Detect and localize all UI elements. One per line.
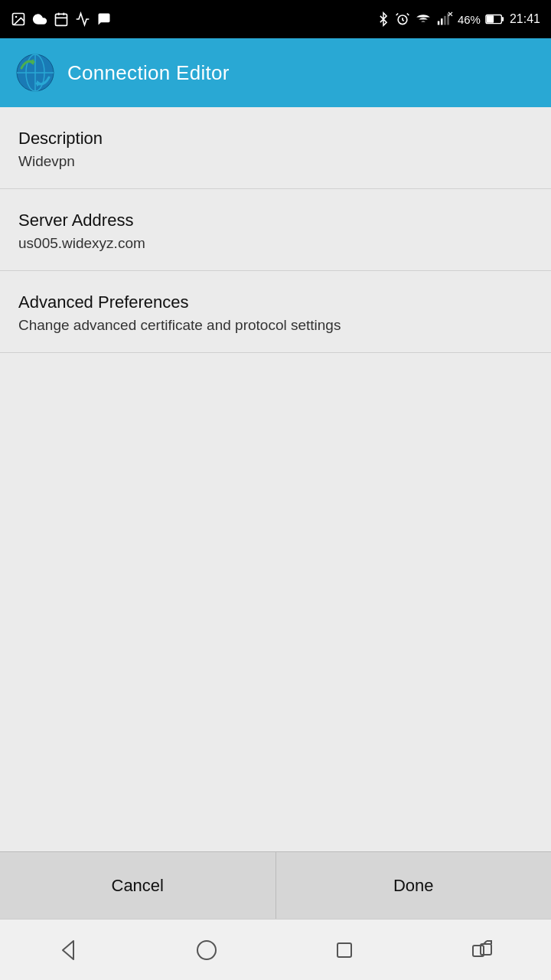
app-logo [15, 53, 55, 93]
svg-rect-17 [501, 17, 504, 21]
svg-line-7 [396, 14, 399, 16]
svg-rect-12 [444, 16, 446, 25]
svg-rect-27 [337, 943, 351, 957]
wifi-icon [415, 11, 432, 27]
svg-rect-18 [487, 15, 494, 22]
svg-point-26 [197, 941, 216, 959]
nav-bar [0, 919, 551, 980]
svg-rect-10 [438, 21, 440, 25]
status-bar: 46% 21:41 [0, 0, 551, 38]
app-bar: Connection Editor [0, 38, 551, 107]
battery-percentage: 46% [458, 13, 481, 26]
svg-rect-11 [441, 18, 443, 24]
chart-icon [75, 11, 90, 27]
bluetooth-icon [377, 11, 390, 27]
description-item[interactable]: Description Widevpn [0, 107, 551, 189]
home-button[interactable] [190, 933, 223, 967]
recents-button[interactable] [328, 933, 361, 967]
server-address-title: Server Address [18, 211, 533, 230]
cloud-icon [32, 11, 47, 27]
battery-icon [485, 13, 505, 25]
advanced-preferences-title: Advanced Preferences [18, 292, 533, 312]
description-title: Description [18, 129, 533, 149]
done-button[interactable]: Done [276, 851, 552, 919]
svg-line-8 [407, 14, 409, 16]
cancel-button[interactable]: Cancel [0, 851, 276, 919]
server-address-item[interactable]: Server Address us005.widexyz.com [0, 189, 551, 271]
content-area: Description Widevpn Server Address us005… [0, 107, 551, 919]
svg-marker-25 [63, 941, 73, 959]
status-bar-left [11, 11, 112, 27]
svg-point-1 [15, 16, 17, 18]
description-value: Widevpn [18, 153, 533, 170]
signal-icon [436, 11, 453, 27]
calendar-icon [54, 11, 69, 27]
time-display: 21:41 [510, 12, 540, 26]
image-icon [11, 11, 26, 27]
status-bar-right: 46% 21:41 [377, 11, 540, 27]
alarm-icon [395, 11, 410, 27]
content-spacer [0, 353, 551, 851]
advanced-preferences-subtitle: Change advanced certificate and protocol… [18, 317, 533, 334]
bottom-buttons: Cancel Done [0, 851, 551, 919]
advanced-preferences-item[interactable]: Advanced Preferences Change advanced cer… [0, 271, 551, 353]
app-bar-title: Connection Editor [67, 61, 230, 85]
message-icon [96, 11, 112, 27]
switch-button[interactable] [465, 933, 499, 967]
svg-rect-2 [56, 14, 67, 25]
back-button[interactable] [52, 933, 86, 967]
server-address-value: us005.widexyz.com [18, 235, 533, 252]
